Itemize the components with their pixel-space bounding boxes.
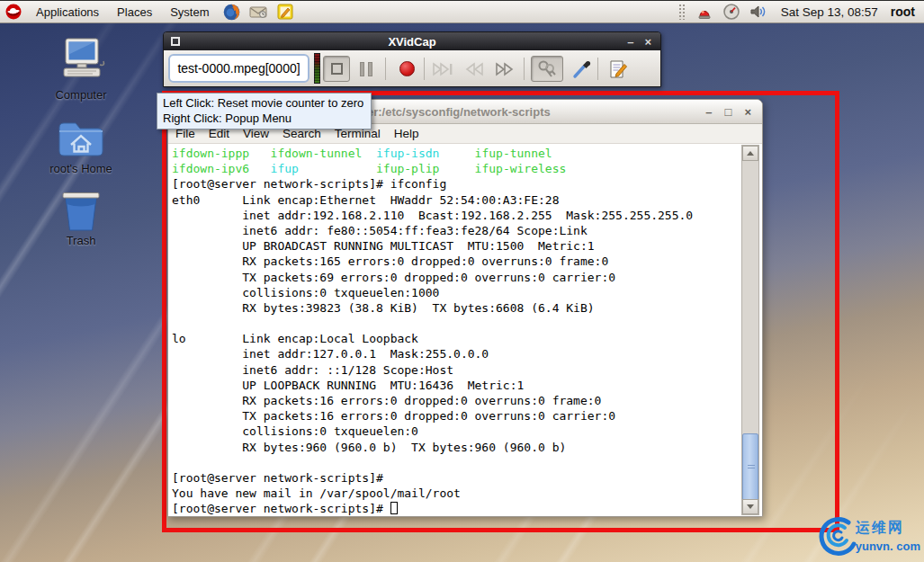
xvidcap-window: XVidCap – × test-0000.mpeg[0000] — [163, 31, 661, 87]
xvidcap-title: XVidCap — [164, 35, 660, 49]
maximize-button[interactable]: □ — [725, 105, 732, 119]
panel-user-label: root — [891, 4, 915, 19]
scroll-up-button[interactable] — [742, 146, 758, 161]
terminal-line: You have new mail in /var/spool/mail/roo… — [172, 486, 740, 501]
panel-clock[interactable]: Sat Sep 13, 08:57 — [781, 5, 878, 19]
chevron-down-icon — [747, 504, 754, 509]
fast-forward-button[interactable] — [491, 56, 518, 82]
scroll-down-button[interactable] — [742, 499, 758, 514]
terminal-line: eth0 Link encap:Ethernet HWaddr 52:54:00… — [172, 192, 740, 208]
terminal-line: TX packets:69 errors:0 dropped:0 overrun… — [172, 270, 740, 285]
terminal-line — [172, 316, 740, 331]
terminal-line: RX packets:16 errors:0 dropped:0 overrun… — [172, 393, 740, 408]
movie-filename-button[interactable]: test-0000.mpeg[0000] — [168, 54, 309, 83]
desktop-icon-label: root's Home — [38, 162, 124, 175]
terminal-line: RX bytes:960 (960.0 b) TX bytes:960 (960… — [172, 440, 740, 455]
gauge-icon[interactable] — [722, 3, 740, 21]
trash-icon — [38, 189, 124, 232]
terminal-line: [root@server network-scripts]# — [172, 501, 740, 516]
menu-system[interactable]: System — [161, 1, 218, 22]
terminal-line: lo Link encap:Local Loopback — [172, 331, 740, 346]
terminal-line: UP LOOPBACK RUNNING MTU:16436 Metric:1 — [172, 378, 740, 393]
terminal-line: inet6 addr: fe80::5054:ff:fea3:fe28/64 S… — [172, 223, 740, 238]
terminal-line: ifdown-ipv6 ifup ifup-plip ifup-wireless — [172, 161, 740, 176]
close-button[interactable]: × — [644, 35, 651, 49]
pause-icon — [360, 62, 372, 76]
chevron-up-icon — [747, 151, 754, 156]
terminal-line: UP BROADCAST RUNNING MULTICAST MTU:1500 … — [172, 238, 740, 254]
frame-drop-meter — [314, 53, 320, 84]
scrollbar-thumb[interactable] — [742, 433, 758, 502]
terminal-line: inet addr:127.0.0.1 Mask:255.0.0.0 — [172, 346, 740, 361]
menu-places[interactable]: Places — [108, 1, 161, 22]
computer-icon — [38, 38, 124, 86]
tooltip-line-2: Right Click: Popup Menu — [163, 111, 363, 126]
firefox-icon[interactable] — [222, 3, 240, 21]
terminal-window: er:/etc/sysconfig/network-scripts – □ × … — [167, 99, 763, 517]
terminal-cursor — [390, 502, 398, 514]
minimize-button[interactable]: – — [705, 105, 712, 119]
keys-icon — [536, 59, 558, 79]
skip-forward-icon — [432, 62, 455, 76]
terminal-title: er:/etc/sysconfig/network-scripts — [367, 105, 551, 119]
rewind-icon — [463, 62, 485, 76]
minimize-button[interactable]: – — [627, 35, 633, 49]
watermark-cn-text: 运维网 — [856, 519, 904, 538]
desktop-icon-home[interactable]: root's Home — [38, 117, 124, 175]
terminal-line — [172, 455, 740, 470]
menu-help[interactable]: Help — [394, 127, 419, 140]
record-button[interactable] — [393, 56, 420, 82]
menu-applications[interactable]: Applications — [27, 1, 108, 22]
terminal-line: collisions:0 txqueuelen:1000 — [172, 285, 740, 300]
terminal-line: RX packets:165 errors:0 dropped:0 overru… — [172, 254, 740, 269]
fast-forward-icon — [494, 62, 516, 76]
stop-button[interactable] — [323, 56, 350, 82]
alert-notification-icon[interactable] — [695, 3, 713, 21]
pause-button[interactable] — [353, 56, 380, 82]
eyedropper-icon — [572, 59, 592, 79]
evolution-mail-icon[interactable] — [249, 3, 267, 21]
notes-icon[interactable] — [276, 3, 294, 21]
terminal-text: ifdown-ippp ifdown-tunnel ifup-isdn ifup… — [172, 146, 740, 516]
step-frame-button[interactable] — [430, 56, 457, 82]
terminal-line: RX bytes:39823 (38.8 KiB) TX bytes:6608 … — [172, 300, 740, 316]
desktop-icon-label: Trash — [38, 234, 124, 247]
edit-button[interactable] — [605, 56, 632, 82]
xvidcap-titlebar[interactable]: XVidCap – × — [164, 32, 660, 50]
desktop-icon-trash[interactable]: Trash — [38, 189, 124, 247]
desktop-icon-computer[interactable]: Computer — [38, 38, 124, 102]
yunvn-watermark: 运维网 yunvn. com — [814, 513, 920, 558]
redhat-logo-icon[interactable] — [4, 3, 22, 21]
rewind-button[interactable] — [461, 56, 488, 82]
close-button[interactable]: × — [744, 105, 751, 119]
terminal-line: collisions:0 txqueuelen:0 — [172, 424, 740, 439]
terminal-scrollbar[interactable] — [741, 145, 759, 515]
terminal-line: TX packets:16 errors:0 dropped:0 overrun… — [172, 408, 740, 424]
terminal-line: [root@server network-scripts]# — [172, 470, 740, 486]
terminal-line: inet addr:192.168.2.110 Bcast:192.168.2.… — [172, 208, 740, 223]
xvidcap-tooltip: Left Click: Reset movie counter to zero … — [157, 93, 372, 129]
top-panel: Applications Places System Sat Sep 13, 0… — [0, 0, 924, 23]
move-frame-button[interactable] — [531, 56, 563, 82]
record-icon — [399, 61, 415, 76]
terminal-line: [root@server network-scripts]# ifconfig — [172, 176, 740, 192]
xvidcap-toolbar: test-0000.mpeg[0000] — [164, 50, 660, 86]
panel-grip-handle[interactable] — [678, 4, 686, 20]
edit-document-icon — [608, 59, 628, 79]
yunvn-logo-icon — [814, 513, 861, 558]
volume-icon[interactable] — [749, 3, 767, 21]
picker-button[interactable] — [569, 56, 596, 82]
terminal-content[interactable]: ifdown-ippp ifdown-tunnel ifup-isdn ifup… — [168, 144, 762, 516]
watermark-en-text: yunvn. com — [856, 540, 920, 553]
terminal-line: ifdown-ippp ifdown-tunnel ifup-isdn ifup… — [172, 146, 740, 161]
tooltip-line-1: Left Click: Reset movie counter to zero — [163, 95, 363, 111]
stop-icon — [331, 63, 343, 75]
home-folder-icon — [38, 117, 124, 160]
terminal-line: inet6 addr: ::1/128 Scope:Host — [172, 362, 740, 378]
desktop-icon-label: Computer — [38, 88, 124, 102]
